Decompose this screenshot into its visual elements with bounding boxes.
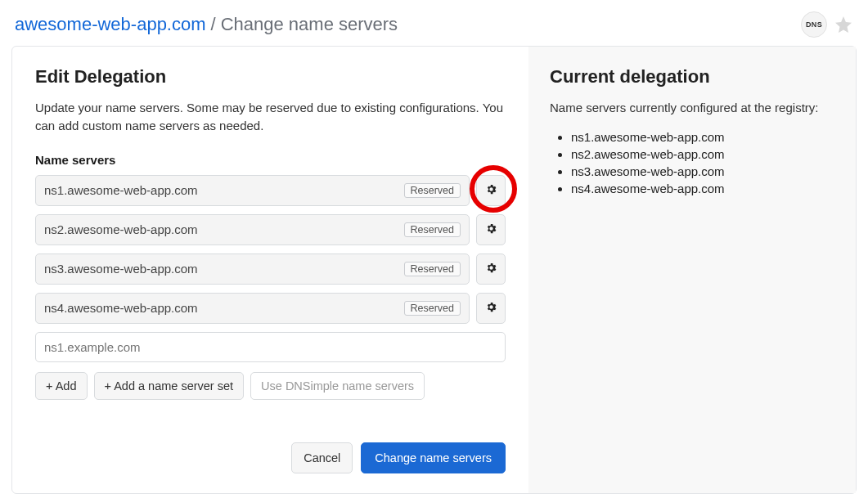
form-footer: Cancel Change name servers [35,442,506,473]
star-icon[interactable] [834,15,853,34]
breadcrumb-domain-link[interactable]: awesome-web-app.com [15,14,206,35]
use-dnsimple-button[interactable]: Use DNSimple name servers [250,372,425,400]
breadcrumb-page: Change name servers [221,14,398,35]
cancel-button[interactable]: Cancel [291,442,353,473]
name-server-row: ns1.awesome-web-app.com Reserved [35,175,506,206]
gear-icon [485,222,497,237]
name-server-field: ns1.awesome-web-app.com Reserved [35,175,470,206]
edit-title: Edit Delegation [35,66,506,87]
name-server-value: ns1.awesome-web-app.com [44,183,198,197]
name-server-field: ns3.awesome-web-app.com Reserved [35,253,470,285]
list-item: ns3.awesome-web-app.com [571,163,834,180]
name-server-row: ns4.awesome-web-app.com Reserved [35,293,506,324]
reserved-badge: Reserved [404,301,461,316]
add-button[interactable]: + Add [35,372,88,400]
reserved-badge: Reserved [404,262,461,276]
breadcrumb-separator: / [211,14,216,35]
name-servers-label: Name servers [35,153,506,167]
gear-icon [485,262,497,276]
configure-name-server-button[interactable] [476,214,506,245]
gear-icon [485,183,497,198]
configure-name-server-button[interactable] [476,253,506,285]
content: Edit Delegation Update your name servers… [0,46,868,498]
name-server-value: ns4.awesome-web-app.com [44,301,198,315]
add-name-server-set-button[interactable]: + Add a name server set [94,372,245,400]
gear-icon [485,301,497,316]
name-server-field: ns2.awesome-web-app.com Reserved [35,214,470,245]
list-item: ns1.awesome-web-app.com [571,128,834,146]
current-delegation-panel: Current delegation Name servers currentl… [528,47,856,493]
list-item: ns4.awesome-web-app.com [571,180,834,197]
header-actions: DNS [801,11,853,38]
name-server-row: ns3.awesome-web-app.com Reserved [35,253,506,285]
reserved-badge: Reserved [404,222,461,237]
add-buttons-row: + Add + Add a name server set Use DNSimp… [35,372,506,400]
current-title: Current delegation [550,66,834,87]
configure-name-server-button[interactable] [476,175,506,206]
new-name-server-input[interactable] [35,332,506,362]
list-item: ns2.awesome-web-app.com [571,146,834,163]
name-server-value: ns2.awesome-web-app.com [44,222,198,236]
edit-description: Update your name servers. Some may be re… [35,99,506,135]
submit-button[interactable]: Change name servers [361,442,506,473]
dns-badge[interactable]: DNS [801,11,827,38]
name-server-row: ns2.awesome-web-app.com Reserved [35,214,506,245]
edit-delegation-panel: Edit Delegation Update your name servers… [12,47,528,493]
panels: Edit Delegation Update your name servers… [11,46,857,494]
breadcrumb: awesome-web-app.com / Change name server… [15,14,398,35]
current-name-server-list: ns1.awesome-web-app.com ns2.awesome-web-… [550,128,834,197]
reserved-badge: Reserved [404,183,461,198]
configure-name-server-button[interactable] [476,293,506,324]
name-server-value: ns3.awesome-web-app.com [44,262,198,276]
new-name-server-row [35,332,506,362]
page-header: awesome-web-app.com / Change name server… [0,0,868,46]
name-server-field: ns4.awesome-web-app.com Reserved [35,293,470,324]
current-description: Name servers currently configured at the… [550,99,834,117]
